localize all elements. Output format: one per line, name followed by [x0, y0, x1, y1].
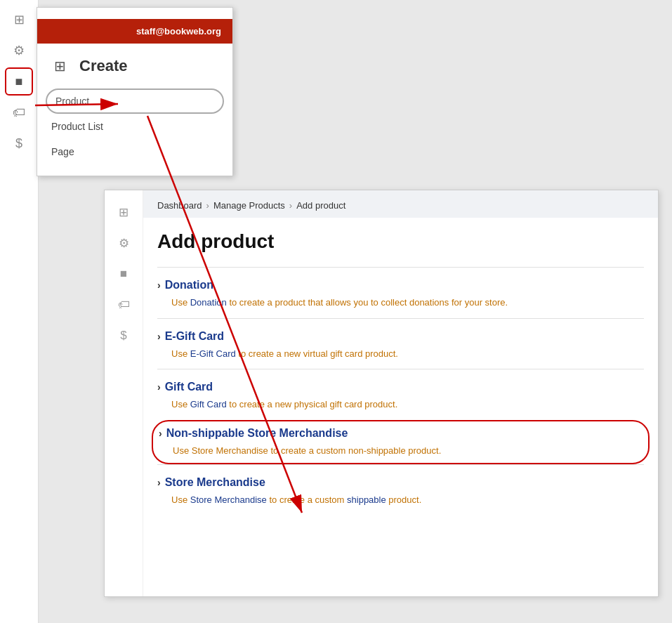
main-content: Dashboard › Manage Products › Add produc…: [143, 190, 658, 516]
product-item-donation: › Donation Use Donation to create a prod…: [157, 267, 644, 318]
main-sidebar: ⊞ ⚙ ■ 🏷 $: [105, 190, 143, 596]
panel-grid-icon: ⊞: [48, 55, 71, 77]
desc-link-shippable[interactable]: shippable: [347, 494, 386, 505]
dropdown-item-page[interactable]: Page: [37, 139, 232, 164]
product-link-egift[interactable]: E-Gift Card: [165, 330, 224, 343]
product-desc-donation: Use Donation to create a product that al…: [157, 296, 644, 310]
page-title: Add product: [157, 230, 644, 253]
chevron-donation: ›: [157, 280, 161, 291]
product-list: › Donation Use Donation to create a prod…: [143, 267, 658, 516]
product-link-donation[interactable]: Donation: [165, 279, 213, 291]
dropdown-panel: staff@bookweb.org ⊞ Create Product Produ…: [37, 7, 233, 176]
main-sidebar-grid-icon[interactable]: ⊞: [110, 199, 137, 225]
desc-link-egift[interactable]: E-Gift Card: [190, 348, 236, 359]
user-email: staff@bookweb.org: [37, 19, 232, 44]
product-desc-merchandise: Use Store Merchandise to create a custom…: [157, 493, 644, 507]
chevron-egift: ›: [157, 331, 161, 342]
dropdown-item-product[interactable]: Product: [46, 88, 224, 114]
desc-link-donation[interactable]: Donation: [190, 297, 227, 308]
product-desc-egift: Use E-Gift Card to create a new virtual …: [157, 347, 644, 361]
main-panel: ⊞ ⚙ ■ 🏷 $ Dashboard › Manage Products › …: [104, 190, 659, 597]
product-link-merchandise[interactable]: Store Merchandise: [165, 476, 265, 489]
product-item-giftcard: › Gift Card Use Gift Card to create a ne…: [157, 369, 644, 420]
dropdown-header: ⊞ Create: [37, 49, 232, 88]
desc-link-giftcard[interactable]: Gift Card: [190, 399, 227, 409]
product-link-giftcard[interactable]: Gift Card: [165, 381, 213, 393]
breadcrumb-sep2: ›: [289, 200, 292, 211]
background-sidebar: ⊞ ⚙ ■ 🏷 $: [0, 0, 39, 623]
sidebar-tag-icon[interactable]: 🏷: [5, 98, 33, 126]
main-sidebar-dollar-icon[interactable]: $: [110, 322, 137, 349]
page-title-section: Add product: [143, 218, 658, 267]
product-desc-giftcard: Use Gift Card to create a new physical g…: [157, 398, 644, 412]
breadcrumb-manage-products[interactable]: Manage Products: [213, 200, 285, 211]
product-item-merchandise: › Store Merchandise Use Store Merchandis…: [157, 464, 644, 516]
product-desc-nonshippable: Use Store Merchandise to create a custom…: [159, 444, 643, 458]
sidebar-gear-icon[interactable]: ⚙: [5, 37, 33, 65]
breadcrumb: Dashboard › Manage Products › Add produc…: [143, 190, 658, 218]
main-sidebar-tag-icon[interactable]: 🏷: [110, 291, 137, 318]
product-item-nonshippable: › Non-shippable Store Merchandise Use St…: [152, 420, 650, 465]
chevron-giftcard: ›: [157, 381, 161, 393]
desc-link-merchandise[interactable]: Store Merchandise: [190, 494, 267, 505]
sidebar-dollar-icon[interactable]: $: [5, 129, 33, 157]
product-item-egift: › E-Gift Card Use E-Gift Card to create …: [157, 318, 644, 369]
main-sidebar-gear-icon[interactable]: ⚙: [110, 230, 137, 256]
sidebar-document-icon[interactable]: ■: [5, 67, 33, 96]
main-sidebar-document-icon[interactable]: ■: [110, 261, 137, 287]
dropdown-item-product-list[interactable]: Product List: [37, 114, 232, 139]
dropdown-title: Create: [79, 57, 127, 75]
sidebar-grid-icon[interactable]: ⊞: [5, 6, 33, 34]
product-link-nonshippable[interactable]: Non-shippable Store Merchandise: [166, 427, 348, 440]
breadcrumb-current: Add product: [296, 200, 345, 211]
breadcrumb-sep1: ›: [206, 200, 209, 211]
chevron-nonshippable: ›: [159, 428, 162, 439]
chevron-merchandise: ›: [157, 477, 161, 488]
breadcrumb-dashboard[interactable]: Dashboard: [157, 200, 202, 211]
